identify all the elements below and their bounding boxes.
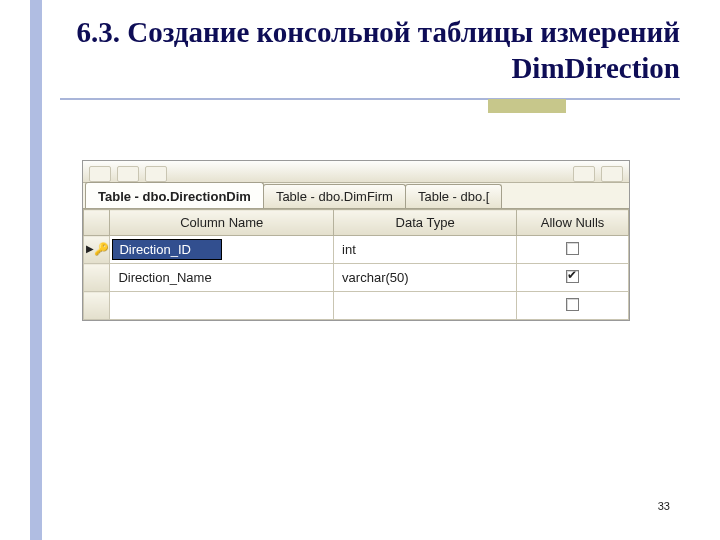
tab-label: Table - dbo.DimFirm [276,189,393,204]
cell-data-type[interactable] [334,292,517,320]
slide-left-accent [30,0,42,540]
header-allow-nulls[interactable]: Allow Nulls [517,210,629,236]
columns-grid: Column Name Data Type Allow Nulls ▶ 🔑 Di… [83,209,629,320]
cell-data-type-value: int [334,238,516,261]
cell-data-type[interactable]: varchar(50) [334,264,517,292]
toolbar-button[interactable] [89,166,111,182]
slide-accent-box [488,99,566,113]
page-number: 33 [658,500,670,512]
row-current-indicator-icon: ▶ [86,243,94,254]
table-row[interactable]: ▶ 🔑 Direction_ID int [84,236,629,264]
table-row[interactable] [84,292,629,320]
cell-column-name[interactable] [110,292,334,320]
cell-column-name-value: Direction_Name [110,266,333,289]
tab-dimfirm[interactable]: Table - dbo.DimFirm [263,184,406,208]
row-selector[interactable] [84,292,110,320]
allow-nulls-checkbox[interactable] [566,298,579,311]
toolbar [83,161,629,183]
cell-allow-nulls[interactable] [517,264,629,292]
toolbar-button[interactable] [601,166,623,182]
allow-nulls-checkbox[interactable] [566,242,579,255]
toolbar-button[interactable] [117,166,139,182]
header-data-type[interactable]: Data Type [334,210,517,236]
cell-data-type-value [334,302,516,310]
toolbar-button[interactable] [145,166,167,182]
slide-divider [60,98,680,100]
cell-data-type-value: varchar(50) [334,266,516,289]
cell-column-name[interactable]: Direction_Name [110,264,334,292]
cell-allow-nulls[interactable] [517,236,629,264]
cell-data-type[interactable]: int [334,236,517,264]
cell-column-name-value [110,302,333,310]
header-column-name[interactable]: Column Name [110,210,334,236]
allow-nulls-checkbox[interactable] [566,270,579,283]
row-selector[interactable] [84,264,110,292]
tab-other[interactable]: Table - dbo.[ [405,184,503,208]
cell-allow-nulls[interactable] [517,292,629,320]
table-designer-window: Table - dbo.DirectionDim Table - dbo.Dim… [82,160,630,321]
grid-corner [84,210,110,236]
table-row[interactable]: Direction_Name varchar(50) [84,264,629,292]
cell-column-name[interactable]: Direction_ID [110,236,334,264]
tab-directiondim[interactable]: Table - dbo.DirectionDim [85,182,264,208]
tab-label: Table - dbo.DirectionDim [98,189,251,204]
slide-title: 6.3. Создание консольной таблицы измерен… [60,14,680,87]
tab-strip: Table - dbo.DirectionDim Table - dbo.Dim… [83,183,629,209]
tab-label: Table - dbo.[ [418,189,490,204]
primary-key-icon: 🔑 [94,242,109,256]
cell-column-name-value: Direction_ID [112,239,222,260]
row-selector[interactable]: ▶ 🔑 [84,236,110,264]
toolbar-button[interactable] [573,166,595,182]
